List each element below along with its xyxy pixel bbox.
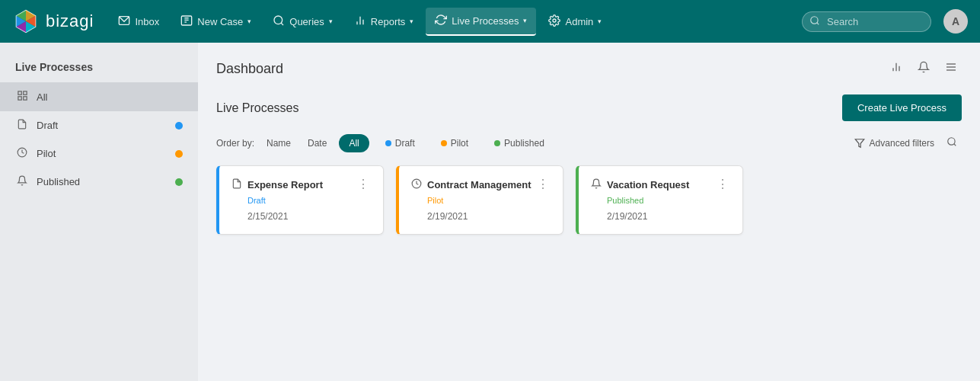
nav-inbox[interactable]: Inbox [109,8,168,35]
contract-management-card-icon [411,178,422,191]
published-icon [15,175,29,188]
expense-report-status: Draft [231,196,371,205]
card-expense-report[interactable]: Expense Report ⋮ Draft 2/15/2021 [216,165,384,235]
filter-chips: All Draft Pilot Published [339,134,554,152]
draft-dot [175,122,183,130]
chip-draft-label: Draft [395,138,415,149]
queries-caret: ▾ [329,18,333,25]
search-wrapper [802,11,931,32]
card-contract-management-header: Contract Management ⋮ [411,178,551,191]
published-dot [175,178,183,186]
svg-line-33 [954,144,956,146]
avatar[interactable]: A [943,9,968,34]
sidebar-item-pilot-label: Pilot [37,148,168,159]
reports-caret: ▾ [410,18,413,25]
filter-search-button[interactable] [942,133,962,153]
order-by-label: Order by: [216,138,254,149]
dashboard-actions [886,58,962,79]
nav-live-processes[interactable]: Live Processes ▾ [426,8,536,36]
chip-all-label: All [349,138,359,149]
advanced-filters-label: Advanced filters [870,138,934,149]
chip-draft[interactable]: Draft [375,134,425,152]
chip-pilot-label: Pilot [451,138,468,149]
chip-published-label: Published [504,138,544,149]
sidebar-item-published[interactable]: Published [0,168,198,196]
nav-reports[interactable]: Reports ▾ [345,8,423,35]
chip-published[interactable]: Published [484,134,554,152]
vacation-request-title: Vacation Request [607,179,689,190]
contract-management-status: Pilot [411,196,551,205]
logo[interactable]: bizagi [12,8,94,35]
chip-pilot-dot [441,140,447,146]
nav-queries[interactable]: Queries ▾ [263,8,342,35]
filter-right: Advanced filters [854,133,962,153]
svg-rect-23 [23,97,26,100]
pilot-dot [175,150,183,158]
chip-draft-dot [385,140,391,146]
vacation-request-date: 2/19/2021 [591,211,730,222]
filter-left: Order by: Name Date All Draft Pilot [216,134,554,152]
card-vacation-request-header: Vacation Request ⋮ [591,178,730,191]
live-processes-caret: ▾ [523,17,527,24]
order-date-button[interactable]: Date [303,136,331,151]
dashboard-title: Dashboard [216,61,283,77]
vacation-request-menu-button[interactable]: ⋮ [715,178,730,190]
expense-report-date: 2/15/2021 [231,211,371,222]
filter-bar: Order by: Name Date All Draft Pilot [216,133,962,153]
expense-report-menu-button[interactable]: ⋮ [356,178,371,190]
live-processes-icon [435,14,447,28]
draft-icon [15,119,29,132]
contract-management-title: Contract Management [427,179,531,190]
svg-point-12 [274,16,283,24]
svg-point-17 [553,19,556,22]
card-expense-report-header: Expense Report ⋮ [231,178,371,191]
reports-icon [354,14,366,29]
contract-management-date: 2/19/2021 [411,211,551,222]
nav-new-case[interactable]: New Case ▾ [171,8,260,35]
pilot-icon [15,147,29,160]
svg-line-13 [281,23,283,25]
chip-published-dot [494,140,500,146]
chip-pilot[interactable]: Pilot [431,134,478,152]
top-navigation: bizagi Inbox New Case ▾ Queries ▾ Report… [0,0,980,43]
sidebar-item-draft[interactable]: Draft [0,111,198,139]
admin-caret: ▾ [598,18,602,25]
create-live-process-button[interactable]: Create Live Process [842,94,962,121]
vacation-request-status: Published [591,196,730,205]
sidebar-item-published-label: Published [37,176,168,187]
new-case-caret: ▾ [247,18,251,25]
contract-management-menu-button[interactable]: ⋮ [535,178,551,190]
order-name-button[interactable]: Name [262,136,295,151]
admin-icon [548,14,560,29]
section-header: Live Processes Create Live Process [216,94,962,121]
card-contract-management[interactable]: Contract Management ⋮ Pilot 2/19/2021 [396,165,563,235]
chip-all[interactable]: All [339,134,369,152]
sidebar-item-all-label: All [37,91,183,103]
menu-button[interactable] [940,58,962,79]
inbox-label: Inbox [135,16,159,27]
card-vacation-title-row: Vacation Request [591,178,689,191]
reports-label: Reports [371,16,406,27]
admin-label: Admin [565,16,593,27]
card-vacation-request[interactable]: Vacation Request ⋮ Published 2/19/2021 [576,165,743,235]
search-input[interactable] [802,11,931,32]
sidebar-item-pilot[interactable]: Pilot [0,139,198,168]
svg-point-32 [948,138,955,145]
filter-icon [854,138,865,149]
dashboard-header: Dashboard [216,58,962,79]
notification-button[interactable] [913,58,934,79]
main-content: Dashboard Live Processes Create Live Pro… [198,43,980,381]
logo-text: bizagi [46,11,94,31]
advanced-filters-button[interactable]: Advanced filters [854,138,934,149]
bar-chart-button[interactable] [886,58,907,79]
sidebar-item-all[interactable]: All [0,82,198,111]
app-body: Live Processes All Draft Pilot [0,43,980,381]
sidebar-header: Live Processes [0,49,198,82]
inbox-icon [118,14,130,29]
expense-report-card-icon [231,178,242,191]
card-title-row: Expense Report [231,178,323,191]
nav-admin[interactable]: Admin ▾ [539,8,611,35]
svg-marker-31 [855,139,864,148]
queries-label: Queries [289,16,324,27]
logo-icon [12,8,40,35]
